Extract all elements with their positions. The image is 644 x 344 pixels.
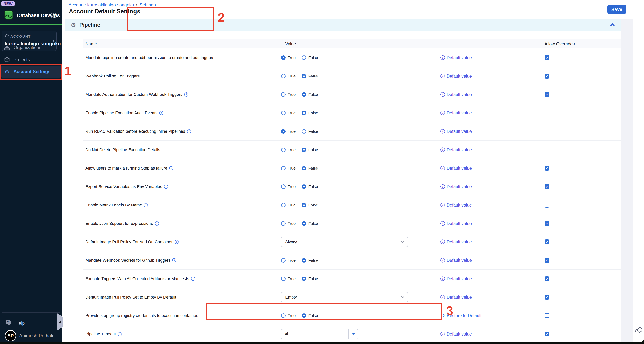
info-icon: i [440,111,445,115]
help-button[interactable]: ? Help [5,319,24,327]
default-value-link[interactable]: iDefault value [440,258,472,263]
breadcrumb-account-link[interactable]: Account: kurosakiichigo.songoku [68,2,134,8]
default-value-link[interactable]: iDefault value [440,165,472,171]
allow-overrides-checkbox[interactable] [544,203,550,208]
user-name: Animesh Pathak [19,333,53,338]
info-icon[interactable]: i [172,258,176,262]
timeout-input-value: 4h [282,331,348,336]
radio-true-label: True [288,166,296,170]
default-value-link[interactable]: iDefault value [440,110,472,115]
setting-value-cell: Always [281,237,408,247]
breadcrumb-settings-link[interactable]: Settings [140,2,156,8]
radio-true[interactable] [281,313,286,318]
default-value-link[interactable]: iDefault value [440,331,472,336]
radio-false[interactable] [302,185,306,189]
setting-name: Enable Matrix Labels By Name [86,203,142,208]
radio-false[interactable] [302,147,306,152]
info-icon[interactable]: i [159,111,164,115]
table-row: Export Service Variables as Env Variable… [82,178,621,196]
radio-true[interactable] [281,221,286,226]
save-button[interactable]: Save [608,5,626,14]
default-value-link[interactable]: iDefault value [440,239,472,244]
radio-true[interactable] [281,111,286,115]
radio-false[interactable] [302,111,306,115]
user-menu[interactable]: AP Animesh Pathak [5,330,53,341]
database-devops-logo-icon [4,10,14,21]
radio-true[interactable] [281,55,286,60]
radio-false[interactable] [302,55,306,60]
radio-false-label: False [308,74,318,78]
sidebar-item-projects[interactable]: Projects [1,54,61,66]
radio-false[interactable] [302,276,306,281]
allow-overrides-checkbox[interactable]: ✔ [544,240,550,244]
info-icon[interactable]: i [118,332,122,336]
sidebar-item-organizations[interactable]: Organizations [1,42,61,54]
pipeline-section-header[interactable] [65,19,621,31]
info-icon[interactable]: i [174,240,179,244]
default-value-link[interactable]: iDefault value [440,129,472,134]
info-icon[interactable]: i [155,221,159,226]
info-icon[interactable]: i [184,92,188,97]
info-icon[interactable]: i [191,277,195,281]
default-value-link[interactable]: iDefault value [440,203,472,208]
brand-green-divider [0,24,62,25]
radio-true[interactable] [281,129,286,134]
default-value-link[interactable]: iDefault value [440,92,472,97]
allow-overrides-checkbox[interactable]: ✔ [544,331,550,336]
radio-true[interactable] [281,74,286,78]
allow-overrides-checkbox[interactable]: ✔ [544,221,550,226]
radio-false[interactable] [302,313,306,318]
value-dropdown[interactable]: Empty [281,292,408,302]
value-dropdown[interactable]: Always [281,237,408,247]
radio-false[interactable] [302,74,306,78]
allow-overrides-checkbox[interactable]: ✔ [544,74,550,79]
allow-overrides-cell: ✔ [544,240,550,244]
timeout-input[interactable]: 4h [281,329,358,339]
setting-name-cell: Pipeline Timeouti [86,331,122,336]
app-grid-icon[interactable] [51,13,56,19]
radio-true[interactable] [281,147,286,152]
radio-false[interactable] [302,92,306,97]
allow-overrides-checkbox[interactable]: ✔ [544,55,550,60]
radio-false[interactable] [302,258,306,263]
info-icon[interactable]: i [164,185,168,189]
allow-overrides-checkbox[interactable] [544,313,550,318]
radio-false[interactable] [302,221,306,226]
scrollbar-gutter[interactable] [621,19,633,342]
default-value-link[interactable]: iDefault value [440,295,472,300]
setting-name: Do Not Delete Pipeline Execution Details [86,147,160,152]
allow-overrides-cell: ✔ [544,258,550,263]
radio-true[interactable] [281,166,286,170]
radio-false[interactable] [302,166,306,170]
support-chat-icon[interactable] [634,326,643,335]
radio-true[interactable] [281,92,286,97]
allow-overrides-checkbox[interactable]: ✔ [544,258,550,263]
info-icon[interactable]: i [187,129,191,133]
allow-overrides-checkbox[interactable]: ✔ [544,92,550,97]
radio-true[interactable] [281,258,286,263]
radio-true[interactable] [281,203,286,207]
allow-overrides-cell [544,203,550,208]
default-value-link[interactable]: iDefault value [440,221,472,226]
settings-table: Name Value Allow Overrides Mandate pipel… [82,40,621,342]
sidebar-divider [2,312,60,313]
radio-false[interactable] [302,203,306,207]
allow-overrides-checkbox[interactable]: ✔ [544,184,550,189]
default-value-link[interactable]: iDefault value [440,74,472,79]
info-icon[interactable]: i [169,166,174,170]
sidebar-item-account-settings[interactable]: ⚙ Account Settings [1,66,61,78]
default-value-link[interactable]: iDefault value [440,55,472,60]
allow-overrides-checkbox[interactable]: ✔ [544,166,550,171]
action-label: Default value [446,276,472,281]
default-value-link[interactable]: iDefault value [440,184,472,189]
radio-false[interactable] [302,129,306,134]
sidebar-collapse-handle[interactable]: ◀ [57,313,63,330]
default-value-link[interactable]: iDefault value [440,276,472,281]
radio-true[interactable] [281,276,286,281]
default-value-link[interactable]: iDefault value [440,147,472,152]
pin-icon[interactable] [348,329,358,339]
allow-overrides-checkbox[interactable]: ✔ [544,276,550,281]
radio-true[interactable] [281,185,286,189]
info-icon[interactable]: i [144,203,148,207]
allow-overrides-checkbox[interactable]: ✔ [544,295,550,300]
